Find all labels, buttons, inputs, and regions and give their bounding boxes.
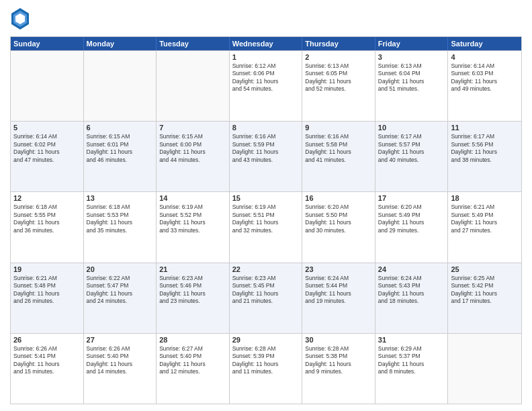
day-number: 1 — [232, 53, 300, 61]
day-cell-26: 26Sunrise: 6:26 AM Sunset: 5:41 PM Dayli… — [11, 334, 84, 404]
day-cell-19: 19Sunrise: 6:21 AM Sunset: 5:48 PM Dayli… — [11, 263, 84, 333]
day-number: 9 — [305, 124, 372, 132]
day-cell-14: 14Sunrise: 6:19 AM Sunset: 5:52 PM Dayli… — [157, 192, 230, 262]
day-cell-3: 3Sunrise: 6:13 AM Sunset: 6:04 PM Daylig… — [375, 51, 449, 121]
day-info: Sunrise: 6:15 AM Sunset: 6:01 PM Dayligh… — [87, 133, 154, 164]
day-cell-6: 6Sunrise: 6:15 AM Sunset: 6:01 PM Daylig… — [84, 122, 157, 191]
day-cell-20: 20Sunrise: 6:22 AM Sunset: 5:47 PM Dayli… — [84, 263, 157, 333]
day-info: Sunrise: 6:28 AM Sunset: 5:39 PM Dayligh… — [232, 345, 300, 376]
day-info: Sunrise: 6:18 AM Sunset: 5:55 PM Dayligh… — [13, 203, 81, 234]
day-number: 18 — [451, 194, 519, 202]
day-number: 7 — [159, 124, 226, 132]
day-info: Sunrise: 6:26 AM Sunset: 5:41 PM Dayligh… — [13, 345, 81, 376]
day-cell-27: 27Sunrise: 6:26 AM Sunset: 5:40 PM Dayli… — [84, 334, 157, 404]
day-number: 31 — [378, 336, 445, 344]
day-number: 13 — [87, 194, 154, 202]
day-number: 16 — [305, 194, 372, 202]
day-cell-5: 5Sunrise: 6:14 AM Sunset: 6:02 PM Daylig… — [11, 122, 84, 191]
day-cell-17: 17Sunrise: 6:20 AM Sunset: 5:49 PM Dayli… — [375, 192, 449, 262]
day-cell-30: 30Sunrise: 6:28 AM Sunset: 5:38 PM Dayli… — [302, 334, 375, 404]
day-cell-9: 9Sunrise: 6:16 AM Sunset: 5:58 PM Daylig… — [302, 122, 375, 191]
empty-cell — [84, 51, 157, 121]
weekday-header-saturday: Saturday — [448, 37, 521, 50]
page: SundayMondayTuesdayWednesdayThursdayFrid… — [0, 0, 532, 411]
week-row-1: 1Sunrise: 6:12 AM Sunset: 6:06 PM Daylig… — [11, 50, 521, 121]
day-info: Sunrise: 6:16 AM Sunset: 5:58 PM Dayligh… — [305, 133, 372, 164]
day-cell-10: 10Sunrise: 6:17 AM Sunset: 5:57 PM Dayli… — [375, 122, 449, 191]
day-info: Sunrise: 6:19 AM Sunset: 5:52 PM Dayligh… — [159, 203, 226, 234]
day-cell-24: 24Sunrise: 6:24 AM Sunset: 5:43 PM Dayli… — [375, 263, 449, 333]
day-cell-15: 15Sunrise: 6:19 AM Sunset: 5:51 PM Dayli… — [230, 192, 303, 262]
day-number: 24 — [378, 265, 445, 273]
day-info: Sunrise: 6:18 AM Sunset: 5:53 PM Dayligh… — [87, 203, 154, 234]
day-info: Sunrise: 6:14 AM Sunset: 6:02 PM Dayligh… — [13, 133, 81, 164]
day-info: Sunrise: 6:24 AM Sunset: 5:43 PM Dayligh… — [378, 275, 445, 306]
day-number: 23 — [305, 265, 372, 273]
day-number: 22 — [232, 265, 300, 273]
calendar: SundayMondayTuesdayWednesdayThursdayFrid… — [10, 36, 522, 404]
day-number: 25 — [451, 265, 519, 273]
day-number: 5 — [13, 124, 81, 132]
week-row-2: 5Sunrise: 6:14 AM Sunset: 6:02 PM Daylig… — [11, 121, 521, 191]
weekday-header-tuesday: Tuesday — [157, 37, 230, 50]
day-cell-2: 2Sunrise: 6:13 AM Sunset: 6:05 PM Daylig… — [302, 51, 375, 121]
day-info: Sunrise: 6:13 AM Sunset: 6:04 PM Dayligh… — [378, 62, 445, 93]
day-info: Sunrise: 6:19 AM Sunset: 5:51 PM Dayligh… — [232, 203, 300, 234]
day-number: 30 — [305, 336, 372, 344]
day-cell-28: 28Sunrise: 6:27 AM Sunset: 5:40 PM Dayli… — [157, 334, 230, 404]
day-number: 29 — [232, 336, 300, 344]
day-cell-12: 12Sunrise: 6:18 AM Sunset: 5:55 PM Dayli… — [11, 192, 84, 262]
day-cell-11: 11Sunrise: 6:17 AM Sunset: 5:56 PM Dayli… — [448, 122, 521, 191]
day-cell-23: 23Sunrise: 6:24 AM Sunset: 5:44 PM Dayli… — [302, 263, 375, 333]
weekday-header-monday: Monday — [84, 37, 157, 50]
day-number: 28 — [159, 336, 226, 344]
day-number: 26 — [13, 336, 81, 344]
day-cell-25: 25Sunrise: 6:25 AM Sunset: 5:42 PM Dayli… — [448, 263, 521, 333]
header — [10, 7, 522, 31]
empty-cell — [448, 334, 521, 404]
empty-cell — [11, 51, 84, 121]
day-info: Sunrise: 6:24 AM Sunset: 5:44 PM Dayligh… — [305, 275, 372, 306]
day-number: 4 — [451, 53, 519, 61]
day-cell-29: 29Sunrise: 6:28 AM Sunset: 5:39 PM Dayli… — [230, 334, 303, 404]
day-number: 27 — [87, 336, 154, 344]
day-number: 19 — [13, 265, 81, 273]
day-info: Sunrise: 6:21 AM Sunset: 5:48 PM Dayligh… — [13, 275, 81, 306]
day-number: 8 — [232, 124, 300, 132]
day-info: Sunrise: 6:29 AM Sunset: 5:37 PM Dayligh… — [378, 345, 445, 376]
day-cell-4: 4Sunrise: 6:14 AM Sunset: 6:03 PM Daylig… — [448, 51, 521, 121]
calendar-header: SundayMondayTuesdayWednesdayThursdayFrid… — [11, 37, 521, 50]
weekday-header-wednesday: Wednesday — [230, 37, 303, 50]
week-row-4: 19Sunrise: 6:21 AM Sunset: 5:48 PM Dayli… — [11, 263, 521, 333]
logo — [10, 7, 33, 31]
empty-cell — [157, 51, 230, 121]
day-cell-1: 1Sunrise: 6:12 AM Sunset: 6:06 PM Daylig… — [230, 51, 303, 121]
day-number: 14 — [159, 194, 226, 202]
day-cell-8: 8Sunrise: 6:16 AM Sunset: 5:59 PM Daylig… — [230, 122, 303, 191]
day-number: 21 — [159, 265, 226, 273]
day-info: Sunrise: 6:20 AM Sunset: 5:50 PM Dayligh… — [305, 203, 372, 234]
day-info: Sunrise: 6:23 AM Sunset: 5:46 PM Dayligh… — [159, 275, 226, 306]
day-info: Sunrise: 6:23 AM Sunset: 5:45 PM Dayligh… — [232, 275, 300, 306]
day-info: Sunrise: 6:28 AM Sunset: 5:38 PM Dayligh… — [305, 345, 372, 376]
day-number: 15 — [232, 194, 300, 202]
day-number: 12 — [13, 194, 81, 202]
day-number: 17 — [378, 194, 445, 202]
day-info: Sunrise: 6:25 AM Sunset: 5:42 PM Dayligh… — [451, 275, 519, 306]
weekday-header-sunday: Sunday — [11, 37, 84, 50]
week-row-5: 26Sunrise: 6:26 AM Sunset: 5:41 PM Dayli… — [11, 333, 521, 404]
day-cell-31: 31Sunrise: 6:29 AM Sunset: 5:37 PM Dayli… — [375, 334, 449, 404]
day-info: Sunrise: 6:26 AM Sunset: 5:40 PM Dayligh… — [87, 345, 154, 376]
day-info: Sunrise: 6:12 AM Sunset: 6:06 PM Dayligh… — [232, 62, 300, 93]
day-cell-18: 18Sunrise: 6:21 AM Sunset: 5:49 PM Dayli… — [448, 192, 521, 262]
day-cell-7: 7Sunrise: 6:15 AM Sunset: 6:00 PM Daylig… — [157, 122, 230, 191]
day-info: Sunrise: 6:22 AM Sunset: 5:47 PM Dayligh… — [87, 275, 154, 306]
day-info: Sunrise: 6:20 AM Sunset: 5:49 PM Dayligh… — [378, 203, 445, 234]
week-row-3: 12Sunrise: 6:18 AM Sunset: 5:55 PM Dayli… — [11, 191, 521, 262]
day-cell-21: 21Sunrise: 6:23 AM Sunset: 5:46 PM Dayli… — [157, 263, 230, 333]
day-number: 6 — [87, 124, 154, 132]
day-info: Sunrise: 6:13 AM Sunset: 6:05 PM Dayligh… — [305, 62, 372, 93]
day-cell-22: 22Sunrise: 6:23 AM Sunset: 5:45 PM Dayli… — [230, 263, 303, 333]
day-info: Sunrise: 6:27 AM Sunset: 5:40 PM Dayligh… — [159, 345, 226, 376]
day-number: 20 — [87, 265, 154, 273]
